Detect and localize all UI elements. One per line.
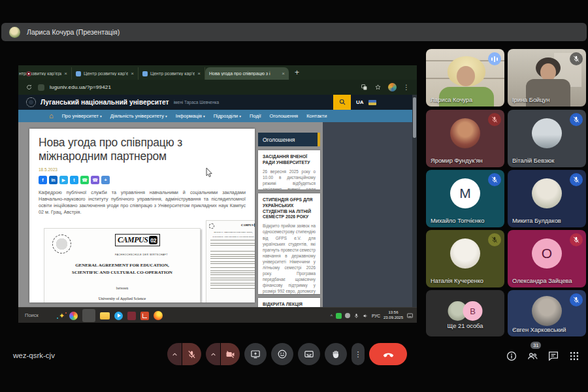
chrome-app-icon[interactable] <box>82 309 95 322</box>
telegram-app-icon[interactable] <box>114 312 123 320</box>
browser-menu-icon[interactable]: ⋮ <box>403 84 410 91</box>
reload-icon[interactable] <box>25 84 33 91</box>
app-icon-orange[interactable] <box>140 312 149 320</box>
participant-tile[interactable]: Євген Харковський <box>508 290 586 336</box>
chevron-down-icon: ▾ <box>100 114 102 118</box>
file-explorer-icon[interactable] <box>100 312 110 319</box>
university-seal <box>209 223 214 229</box>
camera-off-icon <box>225 350 235 359</box>
more-options-button[interactable]: ⋮ <box>351 343 365 365</box>
camera-control-group <box>206 343 240 365</box>
tray-status-icon[interactable] <box>345 313 350 318</box>
share-buttons: f in ▶ t ☎ ☎ + <box>39 176 246 184</box>
university-seal <box>52 235 71 253</box>
participant-tile[interactable]: Лариса Кочура <box>426 49 504 106</box>
linkedin-share-icon[interactable]: in <box>49 176 57 184</box>
meeting-info-icon[interactable] <box>506 350 517 362</box>
end-call-button[interactable] <box>369 343 407 365</box>
tray-speaker-icon[interactable] <box>363 313 368 319</box>
meeting-code: wez-qsrk-cjv <box>13 351 55 359</box>
mic-options-button[interactable] <box>167 343 182 365</box>
tab-close-icon[interactable]: × <box>131 71 134 76</box>
tab-close-icon[interactable]: × <box>282 71 285 76</box>
raise-hand-button[interactable] <box>325 343 347 365</box>
chevron-up-icon <box>210 351 217 358</box>
university-name[interactable]: Луганський національний університет <box>41 99 169 106</box>
nav-item-events[interactable]: Події <box>250 113 261 119</box>
copilot-icon[interactable]: ✦ <box>59 312 65 319</box>
captions-icon <box>304 349 314 359</box>
chat-panel-icon[interactable] <box>547 350 559 362</box>
firefox-app-icon[interactable] <box>154 311 163 320</box>
tray-expand-icon[interactable]: ^ <box>331 314 333 318</box>
share-tab-icon[interactable] <box>361 84 368 91</box>
language-switch[interactable]: UA <box>356 99 364 105</box>
mic-mute-button[interactable] <box>182 343 201 365</box>
nav-item-about[interactable]: Про університет▾ <box>62 113 102 119</box>
taskbar-clock[interactable]: 13:56 23.09.2025 <box>384 310 403 321</box>
nav-item-units[interactable]: Підрозділи▾ <box>214 113 241 119</box>
site-info-icon[interactable] <box>38 84 44 91</box>
present-button[interactable] <box>244 343 267 365</box>
browser-tab-3[interactable]: Центр розвитку кар’єри ЛНУ × <box>139 67 205 80</box>
avatar <box>450 118 480 148</box>
tray-green-icon[interactable] <box>336 313 342 319</box>
overflow-participants-tile[interactable]: B Ще 21 особа <box>426 290 504 336</box>
tray-mic-icon[interactable] <box>353 313 359 319</box>
camera-off-button[interactable] <box>221 343 240 365</box>
participant-tile[interactable]: Ірина Бойцун <box>508 49 586 106</box>
facebook-share-icon[interactable]: f <box>39 176 47 184</box>
participant-tile[interactable]: M Михайло Топчієнко <box>426 170 504 227</box>
new-tab-button[interactable]: + <box>295 68 299 77</box>
university-logo[interactable] <box>26 97 36 107</box>
home-icon[interactable]: ⌂ <box>49 112 54 120</box>
bookmark-star-icon[interactable] <box>374 84 382 91</box>
browser-tab-active[interactable]: Нова угода про співпрацю з і × <box>205 67 289 80</box>
nav-item-contacts[interactable]: Контакти <box>306 113 327 119</box>
people-panel-button[interactable]: 31 <box>527 350 538 362</box>
chevron-down-icon: ▾ <box>203 114 205 118</box>
page-scrollbar[interactable] <box>412 95 417 307</box>
app-icon-maroon[interactable] <box>127 312 136 320</box>
viber-share-icon[interactable]: ☎ <box>91 176 99 184</box>
screenshare-region: нтр розвитку кар’єри «Кур × Центр розвит… <box>18 65 417 323</box>
people-icon <box>527 350 538 362</box>
photos-app-icon[interactable] <box>69 312 78 320</box>
participant-tile[interactable]: Микита Булдаков <box>508 170 586 227</box>
nav-item-info[interactable]: Інформація▾ <box>176 113 205 119</box>
nav-item-announcements[interactable]: Оголошення <box>270 113 299 119</box>
captions-button[interactable] <box>298 343 320 365</box>
browser-profile-avatar[interactable] <box>388 83 397 91</box>
smiley-icon <box>277 349 287 359</box>
activities-grid-icon[interactable] <box>568 350 580 362</box>
tab-close-icon[interactable]: × <box>64 71 67 76</box>
participant-tile[interactable]: O Олександра Зайцева <box>508 230 586 287</box>
more-share-icon[interactable]: + <box>101 176 110 184</box>
tab-close-icon[interactable]: × <box>197 71 201 76</box>
participant-name: Микита Булдаков <box>512 218 561 224</box>
taskbar-search[interactable]: Поиск <box>25 312 39 318</box>
participant-tile[interactable]: Наталія Кучеренко <box>426 230 504 287</box>
keyboard-language[interactable]: РУС <box>372 314 380 318</box>
text-lines-placeholder <box>210 251 255 264</box>
agreement-scan: CAMPUS 02 FACHHOCHSCHULE DER WIRTSCHAFT … <box>39 220 246 302</box>
scrollbar-thumb[interactable] <box>413 97 416 138</box>
reactions-button[interactable] <box>271 343 293 365</box>
telegram-share-icon[interactable]: ▶ <box>59 176 68 184</box>
nav-item-activity[interactable]: Діяльність університету▾ <box>110 113 167 119</box>
announcement-item[interactable]: СТИПЕНДІЯ GFPS ДЛЯ УКРАЇНСЬКИХ СТУДЕНТІВ… <box>258 193 320 294</box>
announcement-item[interactable]: ВІДКРИТА ЛЕКЦІЯ ГУРЖІЙ ІННИ <box>258 298 320 307</box>
announcement-item[interactable]: ЗАСІДАННЯ ВЧЕНОЇ РАДИ УНІВЕРСИТЕТУ 26 ве… <box>258 150 320 189</box>
mic-muted-icon <box>488 233 501 246</box>
participant-tile[interactable]: Віталій Бевзюк <box>508 110 586 167</box>
url-text[interactable]: luguniv.edu.ua/?p=99421 <box>50 84 111 90</box>
notification-center-icon[interactable] <box>406 312 414 319</box>
camera-options-button[interactable] <box>206 343 220 365</box>
whatsapp-share-icon[interactable]: ☎ <box>80 176 89 184</box>
twitter-share-icon[interactable]: t <box>70 176 78 184</box>
participant-tile[interactable]: Яромир Фундук’ян <box>426 110 504 167</box>
browser-tab-2[interactable]: Центр розвитку кар’єри ЛНУ × <box>72 67 139 80</box>
site-search-button[interactable] <box>333 95 351 110</box>
avatar: O <box>532 238 562 269</box>
browser-addressbar: luguniv.edu.ua/?p=99421 ⋮ <box>18 80 417 95</box>
